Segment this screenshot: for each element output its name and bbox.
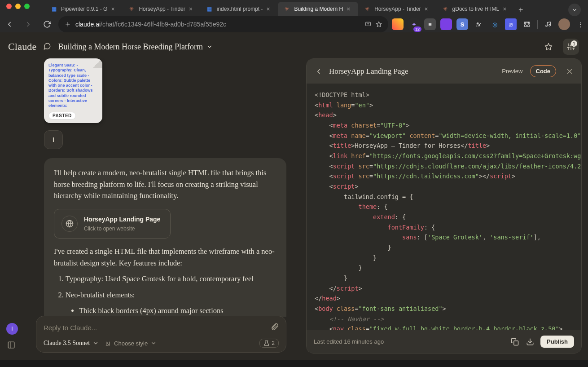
artifact-card-subtitle: Click to open website xyxy=(84,225,160,233)
nav-forward-button[interactable] xyxy=(21,17,36,32)
extension-icon[interactable]: ≡ xyxy=(424,18,436,30)
gdocs-icon: ▦ xyxy=(50,5,57,13)
star-button[interactable] xyxy=(540,39,557,55)
code-viewer[interactable]: <!DOCTYPE html> <html lang="en"> <head> … xyxy=(307,84,581,330)
artifact-back-button[interactable] xyxy=(314,67,324,75)
list-item: Thick black borders (4px) around major s… xyxy=(79,305,276,317)
pasted-preview-text: Elegant SaaS: - Typography: Clean, balan… xyxy=(48,63,98,108)
url-text: claude.ai/chat/fc6c1349-46ff-4fb9-ad0b-d… xyxy=(75,21,360,28)
browser-tab[interactable]: ✳ HorseyApp - Tinder × xyxy=(123,2,200,16)
artifact-panel: HorseyApp Landing Page Preview Code <!DO… xyxy=(306,58,582,354)
settings-badge: 1 xyxy=(571,40,577,47)
url-bar[interactable]: claude.ai/chat/fc6c1349-46ff-4fb9-ad0b-d… xyxy=(58,16,388,32)
code-tab[interactable]: Code xyxy=(530,65,557,77)
browser-tab[interactable]: ▦ index.html prompt - × xyxy=(201,2,278,16)
svg-point-4 xyxy=(549,25,551,27)
copy-button[interactable] xyxy=(510,338,520,346)
assistant-text: I'll help create a modern, neo-brutalist… xyxy=(54,167,276,202)
svg-marker-2 xyxy=(376,22,382,27)
message-input[interactable]: Reply to Claude... Claude 3.5 Sonnet Cho… xyxy=(36,316,286,353)
extensions-puzzle-icon[interactable] xyxy=(521,18,533,30)
extension-icon[interactable] xyxy=(440,18,452,30)
settings-sliders-button[interactable]: 1 xyxy=(563,39,579,55)
tab-title: HorseyApp - Tinder xyxy=(139,6,185,12)
tab-close-icon[interactable]: × xyxy=(266,6,272,12)
svg-point-3 xyxy=(546,25,548,27)
artifact-card-title: HorseyApp Landing Page xyxy=(84,215,160,225)
extension-icon[interactable]: ✦ xyxy=(408,18,420,30)
user-avatar: I xyxy=(44,130,63,149)
assistant-message: I'll help create a modern, neo-brutalist… xyxy=(44,158,286,317)
claude-icon: ✳ xyxy=(442,5,449,13)
assistant-text: I've created a single HTML file that imp… xyxy=(54,246,276,269)
font-icon xyxy=(105,340,111,346)
artifact-close-button[interactable] xyxy=(565,67,574,75)
new-tab-button[interactable]: + xyxy=(514,4,527,16)
browser-tab[interactable]: ✳ HorseyApp - Tinder × xyxy=(358,2,436,16)
model-selector[interactable]: Claude 3.5 Sonnet xyxy=(44,340,99,347)
style-label: Choose style xyxy=(114,340,148,347)
extension-icon[interactable] xyxy=(392,18,404,30)
extension-icon[interactable]: ◎ xyxy=(489,18,500,30)
list-item: Typography: Used Space Grotesk for a bol… xyxy=(66,273,276,285)
install-app-icon[interactable] xyxy=(365,21,371,27)
window-close[interactable] xyxy=(6,4,12,9)
extension-icon[interactable]: ⎚ xyxy=(505,18,517,30)
claude-icon: ✳ xyxy=(128,5,135,13)
media-control-icon[interactable] xyxy=(542,18,554,30)
tab-close-icon[interactable]: × xyxy=(189,6,195,12)
tab-close-icon[interactable]: × xyxy=(425,6,431,12)
preview-tab[interactable]: Preview xyxy=(496,66,528,77)
attach-icon[interactable] xyxy=(271,323,279,332)
conversation-title[interactable]: Building a Modern Horse Breeding Platfor… xyxy=(58,42,213,52)
beaker-icon xyxy=(263,340,270,346)
bookmark-star-icon[interactable] xyxy=(376,21,382,27)
tab-title: Building a Modern H xyxy=(294,6,343,12)
svg-marker-5 xyxy=(545,44,552,50)
count-text: 2 xyxy=(272,340,275,346)
sidebar-toggle-button[interactable] xyxy=(7,341,15,351)
chat-icon xyxy=(43,42,52,51)
claude-icon: ✳ xyxy=(364,5,371,13)
download-button[interactable] xyxy=(525,338,535,346)
claude-icon: ✳ xyxy=(283,5,290,13)
tab-overflow-button[interactable] xyxy=(568,4,581,16)
tab-close-icon[interactable]: × xyxy=(347,6,353,12)
input-placeholder: Reply to Claude... xyxy=(44,324,271,332)
browser-tab-active[interactable]: ✳ Building a Modern H × xyxy=(278,2,358,16)
nav-back-button[interactable] xyxy=(2,17,17,32)
tab-close-icon[interactable]: × xyxy=(503,6,509,12)
chrome-menu-icon[interactable]: ⋮ xyxy=(575,18,586,30)
svg-rect-22 xyxy=(8,342,14,348)
publish-button[interactable]: Publish xyxy=(540,336,574,348)
artifact-card[interactable]: HorseyApp Landing Page Click to open web… xyxy=(54,209,171,239)
artifact-last-edited: Last edited 16 minutes ago xyxy=(314,338,384,345)
tab-title: Pipewriter 0.9.1 - G xyxy=(61,6,107,12)
claude-logo[interactable]: Claude xyxy=(8,41,37,53)
window-minimize[interactable] xyxy=(15,4,21,9)
window-zoom[interactable] xyxy=(24,4,30,9)
extensions-area: ✦ ≡ S fx ◎ ⎚ ⋮ xyxy=(392,18,586,30)
user-avatar-small[interactable]: I xyxy=(6,323,18,335)
profile-avatar[interactable] xyxy=(558,18,570,30)
chevron-down-icon xyxy=(150,340,157,346)
nav-reload-button[interactable] xyxy=(39,17,55,32)
pasted-badge: PASTED xyxy=(48,112,76,119)
browser-tab[interactable]: ▦ Pipewriter 0.9.1 - G × xyxy=(45,2,123,16)
extension-icon[interactable]: fx xyxy=(473,18,484,30)
conversation-title-text: Building a Modern Horse Breeding Platfor… xyxy=(58,42,203,52)
browser-tab[interactable]: ✳ gDocs to live HTML × xyxy=(436,2,515,16)
model-name: Claude 3.5 Sonnet xyxy=(44,340,90,347)
attachment-count[interactable]: 2 xyxy=(259,339,279,348)
extension-icon[interactable]: S xyxy=(456,18,468,30)
artifact-view-toggle: Preview Code xyxy=(496,65,556,77)
tab-strip: ▦ Pipewriter 0.9.1 - G × ✳ HorseyApp - T… xyxy=(0,0,588,16)
site-settings-icon[interactable] xyxy=(65,21,71,27)
tab-close-icon[interactable]: × xyxy=(111,6,117,12)
list-item-text: Neo-brutalist elements: xyxy=(66,291,135,299)
gdocs-icon: ▦ xyxy=(206,5,213,13)
divider xyxy=(537,20,538,29)
tab-title: HorseyApp - Tinder xyxy=(374,6,421,12)
style-selector[interactable]: Choose style xyxy=(105,340,157,347)
pasted-attachment[interactable]: Elegant SaaS: - Typography: Clean, balan… xyxy=(44,58,102,123)
